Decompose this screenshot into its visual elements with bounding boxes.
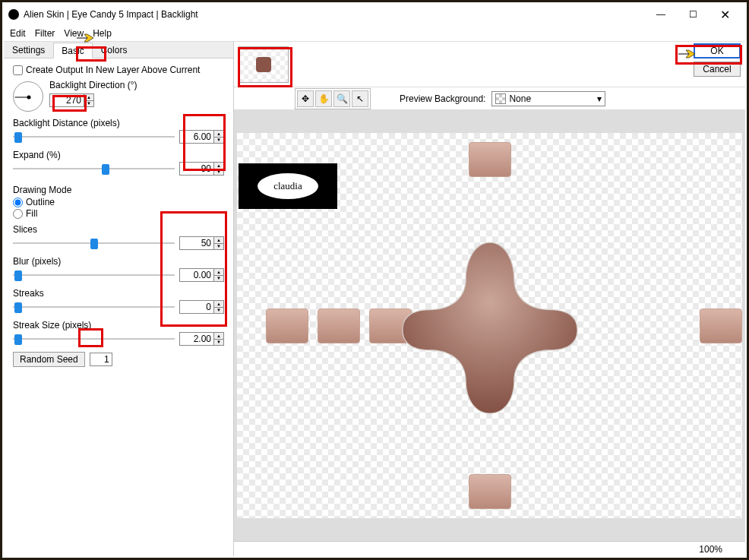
- close-button[interactable]: ✕: [709, 5, 741, 24]
- pointer-tool-icon[interactable]: ↖: [352, 90, 368, 107]
- shape-piece-bottom: [469, 474, 511, 509]
- streaks-label: Streaks: [13, 288, 224, 299]
- expand-input[interactable]: [179, 162, 214, 176]
- hand-tool-icon[interactable]: ✋: [315, 90, 332, 107]
- random-seed-input[interactable]: [90, 353, 112, 366]
- radio-fill-label: Fill: [26, 208, 37, 219]
- transparency-swatch-icon: [495, 93, 506, 104]
- expand-slider[interactable]: [13, 162, 175, 176]
- distance-slider[interactable]: [13, 130, 175, 144]
- zoom-tool-icon[interactable]: 🔍: [333, 90, 350, 107]
- chevron-down-icon: ▾: [597, 93, 602, 104]
- tab-settings[interactable]: Settings: [4, 42, 53, 58]
- menu-edit[interactable]: Edit: [10, 28, 26, 39]
- tabs-row: Settings Basic Colors: [4, 42, 233, 59]
- menu-view[interactable]: View: [64, 28, 84, 39]
- radio-fill[interactable]: [13, 209, 23, 219]
- menu-help[interactable]: Help: [93, 28, 112, 39]
- zoom-level: 100%: [699, 544, 722, 555]
- direction-label: Backlight Direction (°): [49, 80, 137, 90]
- create-output-checkbox[interactable]: [13, 65, 23, 75]
- blur-input[interactable]: [179, 268, 214, 282]
- streaks-spinner[interactable]: ▲▼: [214, 300, 224, 314]
- maximize-button[interactable]: ☐: [677, 5, 709, 24]
- preview-area[interactable]: claudia: [234, 110, 745, 541]
- streaksize-spinner[interactable]: ▲▼: [214, 332, 224, 346]
- streaks-input[interactable]: [179, 300, 214, 314]
- expand-label: Expand (%): [13, 150, 224, 160]
- slices-input[interactable]: [179, 236, 214, 250]
- slices-label: Slices: [13, 224, 224, 235]
- tool-group: ✥ ✋ 🔍 ↖: [295, 88, 371, 109]
- distance-spinner[interactable]: ▲▼: [214, 130, 224, 144]
- preview-bg-select[interactable]: None ▾: [491, 91, 605, 106]
- blur-spinner[interactable]: ▲▼: [214, 268, 224, 282]
- blur-slider[interactable]: [13, 268, 175, 282]
- ok-button[interactable]: OK: [694, 43, 741, 59]
- direction-input[interactable]: [49, 93, 84, 107]
- radio-outline-label: Outline: [26, 197, 55, 207]
- status-bar: 100%: [234, 541, 745, 556]
- shape-piece-left-2: [318, 308, 360, 343]
- radio-outline[interactable]: [13, 198, 23, 207]
- nav-tool-icon[interactable]: ✥: [297, 90, 314, 107]
- expand-spinner[interactable]: ▲▼: [214, 162, 224, 176]
- streaksize-slider[interactable]: [13, 332, 175, 346]
- backlight-shape: [391, 227, 589, 425]
- preview-panel: OK Cancel ✥ ✋ 🔍 ↖ Preview Background: No…: [234, 42, 745, 556]
- tab-colors[interactable]: Colors: [93, 42, 136, 58]
- shape-piece-left-1: [266, 308, 308, 343]
- minimize-button[interactable]: —: [645, 5, 677, 24]
- preview-bg-value: None: [509, 93, 531, 104]
- random-seed-button[interactable]: Random Seed: [13, 352, 85, 367]
- cancel-button[interactable]: Cancel: [694, 62, 741, 77]
- slices-spinner[interactable]: ▲▼: [214, 236, 224, 250]
- create-output-label: Create Output In New Layer Above Current: [26, 65, 200, 75]
- distance-input[interactable]: [179, 130, 214, 144]
- window-title: Alien Skin | Eye Candy 5 Impact | Backli…: [24, 9, 645, 20]
- shape-piece-right: [700, 308, 742, 343]
- preview-thumbnail[interactable]: [239, 46, 289, 83]
- shape-piece-top: [469, 142, 511, 177]
- distance-label: Backlight Distance (pixels): [13, 118, 224, 128]
- tab-basic[interactable]: Basic: [53, 43, 92, 59]
- menubar: Edit Filter View Help: [4, 25, 745, 42]
- menu-filter[interactable]: Filter: [35, 28, 55, 39]
- streaksize-input[interactable]: [179, 332, 214, 346]
- blur-label: Blur (pixels): [13, 256, 224, 267]
- streaks-slider[interactable]: [13, 300, 175, 314]
- drawing-mode-label: Drawing Mode: [13, 185, 224, 195]
- streaksize-label: Streak Size (pixels): [13, 320, 224, 331]
- settings-panel: Settings Basic Colors Create Output In N…: [4, 42, 234, 556]
- titlebar: Alien Skin | Eye Candy 5 Impact | Backli…: [4, 4, 745, 25]
- preview-bg-label: Preview Background:: [400, 93, 485, 104]
- direction-dial[interactable]: [13, 81, 43, 112]
- watermark-stamp: claudia: [239, 163, 337, 209]
- app-icon: [8, 9, 19, 20]
- direction-spinner[interactable]: ▲▼: [84, 93, 94, 107]
- slices-slider[interactable]: [13, 236, 175, 250]
